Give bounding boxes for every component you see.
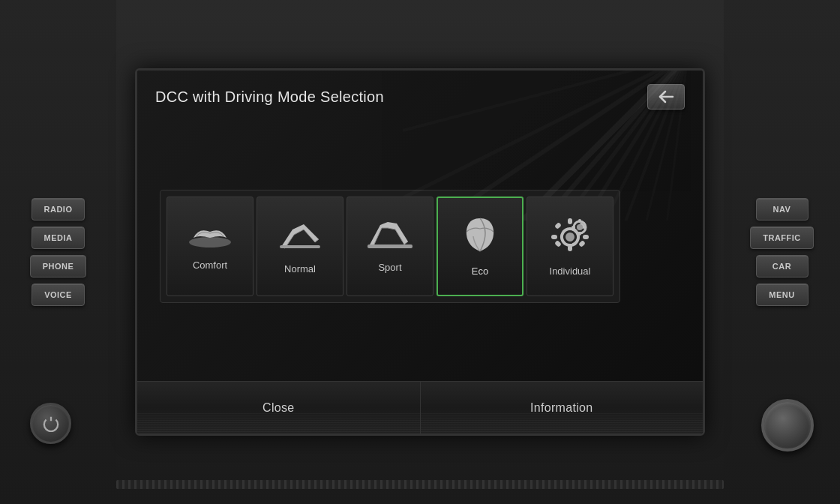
individual-label: Individual <box>550 266 591 277</box>
main-screen: DCC with Driving Mode Selection <box>135 68 705 436</box>
modes-container: Comfort Normal <box>160 190 620 303</box>
traffic-button[interactable]: TRAFFIC <box>750 226 814 249</box>
comfort-label: Comfort <box>193 260 227 271</box>
phone-button[interactable]: PHONE <box>30 255 87 278</box>
back-button[interactable] <box>647 84 685 110</box>
close-button[interactable]: Close <box>137 382 421 434</box>
voice-button[interactable]: VOICE <box>32 284 85 306</box>
comfort-mode-card[interactable]: Comfort <box>166 196 254 296</box>
svg-rect-25 <box>578 219 581 223</box>
individual-icon <box>548 215 592 260</box>
svg-rect-15 <box>568 218 572 224</box>
bottom-vent <box>116 480 724 489</box>
eco-label: Eco <box>472 266 488 277</box>
svg-rect-27 <box>572 226 575 229</box>
svg-rect-12 <box>280 245 320 248</box>
menu-button[interactable]: MENU <box>756 284 808 306</box>
normal-label: Normal <box>284 263 316 274</box>
media-button[interactable]: MEDIA <box>32 226 86 249</box>
svg-point-11 <box>189 237 231 248</box>
sport-icon <box>367 219 413 256</box>
car-unit: RADIO MEDIA PHONE VOICE NAV TRAFFIC CAR … <box>0 0 840 504</box>
right-knob-area <box>761 399 814 452</box>
screen-header: DCC with Driving Mode Selection <box>137 70 703 118</box>
screen-title: DCC with Driving Mode Selection <box>155 88 384 106</box>
svg-rect-13 <box>368 244 412 248</box>
svg-rect-16 <box>568 245 572 251</box>
normal-mode-card[interactable]: Normal <box>256 196 344 296</box>
right-knob[interactable] <box>761 399 814 452</box>
svg-rect-17 <box>551 235 557 239</box>
eco-icon <box>463 215 497 260</box>
svg-rect-26 <box>578 232 581 236</box>
sport-label: Sport <box>378 262 401 273</box>
eco-mode-card[interactable]: Eco <box>436 196 524 296</box>
svg-rect-22 <box>578 240 586 248</box>
svg-rect-19 <box>554 222 562 230</box>
svg-rect-28 <box>583 226 586 229</box>
power-button[interactable] <box>30 403 71 444</box>
power-button-area <box>30 403 71 444</box>
svg-point-14 <box>566 232 574 242</box>
svg-point-24 <box>577 224 583 230</box>
svg-rect-18 <box>583 235 589 239</box>
individual-mode-card[interactable]: Individual <box>526 196 614 296</box>
sport-mode-card[interactable]: Sport <box>346 196 434 296</box>
nav-button[interactable]: NAV <box>756 198 808 220</box>
normal-icon <box>278 218 322 257</box>
radio-button[interactable]: RADIO <box>32 198 86 220</box>
bottom-buttons: Close Information <box>137 381 703 434</box>
comfort-icon <box>188 221 232 254</box>
information-button[interactable]: Information <box>421 382 704 434</box>
car-button[interactable]: CAR <box>756 255 808 278</box>
modes-area: Comfort Normal <box>137 118 703 381</box>
svg-rect-21 <box>554 240 562 248</box>
